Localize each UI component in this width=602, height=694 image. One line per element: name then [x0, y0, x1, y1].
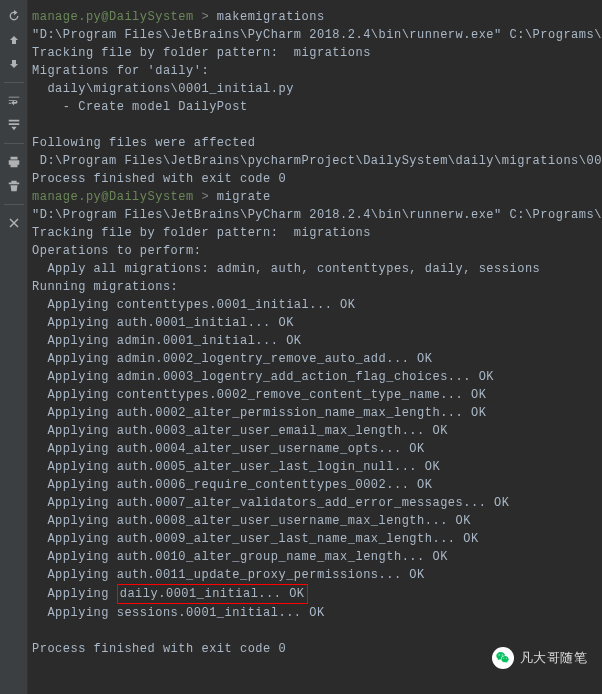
output-line: Tracking file by folder pattern: migrati…	[32, 44, 598, 62]
output-text: Applying	[32, 587, 117, 601]
output-line: Applying auth.0009_alter_user_last_name_…	[32, 530, 598, 548]
highlighted-text: daily.0001_initial... OK	[117, 584, 308, 604]
output-line: daily\migrations\0001_initial.py	[32, 80, 598, 98]
output-line: Applying admin.0003_logentry_add_action_…	[32, 368, 598, 386]
toolbar-divider	[4, 204, 24, 205]
prompt-context: manage.py@DailySystem	[32, 190, 194, 204]
output-line: Migrations for 'daily':	[32, 62, 598, 80]
rerun-icon[interactable]	[6, 8, 22, 24]
clear-icon[interactable]	[6, 178, 22, 194]
close-icon[interactable]	[6, 215, 22, 231]
output-line: Applying auth.0007_alter_validators_add_…	[32, 494, 598, 512]
output-line: Applying sessions.0001_initial... OK	[32, 604, 598, 622]
output-line: Process finished with exit code 0	[32, 170, 598, 188]
run-toolbar	[0, 0, 28, 694]
output-line: Applying auth.0008_alter_user_username_m…	[32, 512, 598, 530]
output-line: Applying auth.0010_alter_group_name_max_…	[32, 548, 598, 566]
toolbar-divider	[4, 82, 24, 83]
output-line: Operations to perform:	[32, 242, 598, 260]
scroll-to-end-icon[interactable]	[6, 117, 22, 133]
output-line: Applying admin.0002_logentry_remove_auto…	[32, 350, 598, 368]
output-line: Tracking file by folder pattern: migrati…	[32, 224, 598, 242]
watermark-text: 凡大哥随笔	[520, 648, 588, 668]
output-line: Applying auth.0011_update_proxy_permissi…	[32, 566, 598, 584]
terminal-output[interactable]: manage.py@DailySystem > makemigrations "…	[28, 0, 602, 694]
output-line	[32, 622, 598, 640]
output-line: Applying auth.0002_alter_permission_name…	[32, 404, 598, 422]
output-line	[32, 116, 598, 134]
output-line: Applying auth.0003_alter_user_email_max_…	[32, 422, 598, 440]
output-line: "D:\Program Files\JetBrains\PyCharm 2018…	[32, 26, 598, 44]
prompt-context: manage.py@DailySystem	[32, 10, 194, 24]
output-line: "D:\Program Files\JetBrains\PyCharm 2018…	[32, 206, 598, 224]
prompt-arrow: >	[194, 10, 217, 24]
watermark: 凡大哥随笔	[492, 647, 588, 669]
output-line: Applying contenttypes.0002_remove_conten…	[32, 386, 598, 404]
wrap-icon[interactable]	[6, 93, 22, 109]
output-line: - Create model DailyPost	[32, 98, 598, 116]
output-line: Applying admin.0001_initial... OK	[32, 332, 598, 350]
toolbar-divider	[4, 143, 24, 144]
wechat-icon	[492, 647, 514, 669]
output-line: Applying contenttypes.0001_initial... OK	[32, 296, 598, 314]
output-line: Applying auth.0005_alter_user_last_login…	[32, 458, 598, 476]
output-line: Applying auth.0004_alter_user_username_o…	[32, 440, 598, 458]
output-line: D:\Program Files\JetBrains\pycharmProjec…	[32, 152, 598, 170]
output-line: Running migrations:	[32, 278, 598, 296]
command-text: makemigrations	[217, 10, 325, 24]
arrow-down-icon[interactable]	[6, 56, 22, 72]
output-line-highlighted: Applying daily.0001_initial... OK	[32, 584, 598, 604]
print-icon[interactable]	[6, 154, 22, 170]
prompt-line: manage.py@DailySystem > makemigrations	[32, 8, 598, 26]
command-text: migrate	[217, 190, 271, 204]
output-line: Applying auth.0001_initial... OK	[32, 314, 598, 332]
prompt-arrow: >	[194, 190, 217, 204]
output-line: Applying auth.0006_require_contenttypes_…	[32, 476, 598, 494]
prompt-line: manage.py@DailySystem > migrate	[32, 188, 598, 206]
arrow-up-icon[interactable]	[6, 32, 22, 48]
output-line: Apply all migrations: admin, auth, conte…	[32, 260, 598, 278]
output-line: Following files were affected	[32, 134, 598, 152]
